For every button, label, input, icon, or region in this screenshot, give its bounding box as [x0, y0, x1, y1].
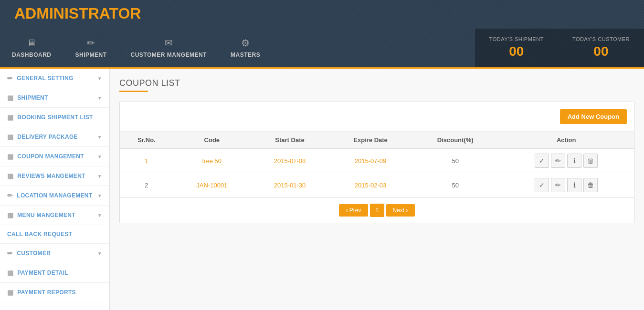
- sidebar-label-location-mgmt: LOCATION MANAGEMENT: [17, 192, 92, 199]
- sidebar-label-menu-mgmt: MENU MANGEMENT: [17, 212, 75, 218]
- sidebar-label-coupon-mgmt: COUPON MANGEMENT: [17, 153, 84, 160]
- sidebar-item-general-setting[interactable]: ✏ GENERAL SETTING ▼: [0, 69, 109, 88]
- sidebar-item-customer[interactable]: ✏ CUSTOMER ▼: [0, 244, 109, 263]
- pencil-icon: ✏: [7, 74, 13, 82]
- sidebar-label-reviews-mgmt: REVIEWS MANGEMENT: [17, 173, 85, 179]
- col-action: Action: [498, 132, 634, 149]
- grid-icon-3: ▦: [7, 133, 13, 141]
- stat-shipment-label: TODAY'S SHIPMENT: [489, 36, 544, 42]
- col-code: Code: [173, 132, 251, 149]
- sidebar-label-delivery-package: DELIVERY PACKAGE: [17, 134, 78, 140]
- table-body: 1 free 50 2015-07-08 2015-07-09 50 ✓ ✏ ℹ…: [120, 149, 634, 197]
- chevron-down-icon-6: ▼: [97, 193, 102, 198]
- grid-icon-2: ▦: [7, 114, 13, 121]
- row1-discount: 50: [412, 149, 498, 173]
- sidebar-item-coupon-mgmt[interactable]: ▦ COUPON MANGEMENT ▼: [0, 147, 109, 166]
- nav-bar: 🖥 DASHBOARD ✏ SHIPMENT ✉ CUSTOMER MANGEM…: [0, 29, 644, 67]
- sidebar-label-shipment: SHIPMENT: [17, 94, 48, 101]
- col-srno: Sr.No.: [120, 132, 173, 149]
- sidebar-item-payment-reports[interactable]: ▦ PAYMENT REPORTS: [0, 283, 109, 302]
- nav-customer-mgmt[interactable]: ✉ CUSTOMER MANGEMENT: [119, 29, 219, 67]
- row1-actions: ✓ ✏ ℹ 🗑: [498, 149, 634, 173]
- nav-masters-label: MASTERS: [231, 52, 260, 58]
- sidebar: ✏ GENERAL SETTING ▼ ▦ SHIPMENT ▼ ▦ BOOKI…: [0, 69, 110, 310]
- chevron-down-icon-5: ▼: [97, 174, 102, 179]
- stat-shipment: TODAY'S SHIPMENT 00: [475, 29, 558, 67]
- row2-actions: ✓ ✏ ℹ 🗑: [498, 173, 634, 197]
- layout: ✏ GENERAL SETTING ▼ ▦ SHIPMENT ▼ ▦ BOOKI…: [0, 69, 644, 310]
- row2-delete-button[interactable]: 🗑: [583, 178, 598, 192]
- chevron-down-icon-4: ▼: [97, 154, 102, 159]
- col-expire-date: Expire Date: [329, 132, 412, 149]
- sidebar-item-menu-mgmt[interactable]: ▦ MENU MANGEMENT ▼: [0, 206, 109, 225]
- table-row: 1 free 50 2015-07-08 2015-07-09 50 ✓ ✏ ℹ…: [120, 149, 634, 173]
- row2-expire-date: 2015-02-03: [329, 173, 412, 197]
- nav-customer-mgmt-label: CUSTOMER MANGEMENT: [131, 52, 207, 58]
- grid-icon-8: ▦: [7, 289, 13, 296]
- grid-icon-7: ▦: [7, 269, 13, 277]
- sidebar-item-payment-detail[interactable]: ▦ PAYMENT DETAIL: [0, 263, 109, 283]
- coupon-table: Sr.No. Code Start Date Expire Date Disco…: [120, 132, 634, 197]
- col-discount: Discount(%): [412, 132, 498, 149]
- row1-delete-button[interactable]: 🗑: [583, 154, 598, 168]
- app-title: ADMINISTRATOR: [5, 5, 150, 22]
- sidebar-label-payment-detail: PAYMENT DETAIL: [17, 269, 68, 276]
- chevron-down-icon: ▼: [97, 76, 102, 81]
- row1-expire-date: 2015-07-09: [329, 149, 412, 173]
- row1-activate-button[interactable]: ✓: [535, 154, 549, 168]
- chevron-down-icon-3: ▼: [97, 134, 102, 140]
- sidebar-label-payment-reports: PAYMENT REPORTS: [17, 289, 76, 296]
- sidebar-item-reviews-mgmt[interactable]: ▦ REVIEWS MANGEMENT ▼: [0, 166, 109, 186]
- sidebar-label-general-setting: GENERAL SETTING: [17, 75, 73, 82]
- sidebar-label-customer: CUSTOMER: [17, 250, 51, 257]
- sidebar-item-shipment[interactable]: ▦ SHIPMENT ▼: [0, 88, 109, 108]
- pencil-icon-3: ✏: [7, 249, 13, 257]
- grid-icon-6: ▦: [7, 211, 13, 219]
- row1-action-btns: ✓ ✏ ℹ 🗑: [504, 154, 628, 168]
- row2-code: JAN-10001: [173, 173, 251, 197]
- sidebar-label-booking-shipment: BOOKING SHIPMENT LIST: [17, 114, 93, 121]
- col-start-date: Start Date: [251, 132, 329, 149]
- add-coupon-button[interactable]: Add New Coupon: [560, 109, 627, 124]
- chevron-down-icon-2: ▼: [97, 95, 102, 101]
- sidebar-item-callback[interactable]: CALL BACK REQUEST: [0, 225, 109, 244]
- row2-activate-button[interactable]: ✓: [535, 178, 549, 192]
- sidebar-label-callback: CALL BACK REQUEST: [7, 231, 72, 238]
- row2-discount: 50: [412, 173, 498, 197]
- chevron-down-icon-7: ▼: [97, 213, 102, 218]
- nav-masters[interactable]: ⚙ MASTERS: [219, 29, 272, 67]
- nav-shipment[interactable]: ✏ SHIPMENT: [63, 29, 119, 67]
- grid-icon-4: ▦: [7, 153, 13, 160]
- sidebar-item-location-mgmt[interactable]: ✏ LOCATION MANAGEMENT ▼: [0, 186, 109, 206]
- row2-edit-button[interactable]: ✏: [551, 178, 565, 192]
- row1-info-button[interactable]: ℹ: [567, 154, 581, 168]
- grid-icon-5: ▦: [7, 172, 13, 180]
- row2-action-btns: ✓ ✏ ℹ 🗑: [504, 178, 628, 192]
- nav-stats: TODAY'S SHIPMENT 00 TODAY'S CUSTOMER 00: [475, 29, 644, 67]
- chevron-down-icon-8: ▼: [97, 251, 102, 256]
- pagination: ‹ Prev 1 Next ›: [120, 197, 634, 223]
- nav-dashboard[interactable]: 🖥 DASHBOARD: [0, 29, 63, 67]
- sidebar-item-delivery-package[interactable]: ▦ DELIVERY PACKAGE ▼: [0, 127, 109, 147]
- dashboard-icon: 🖥: [27, 38, 36, 49]
- header: ADMINISTRATOR 🖥 DASHBOARD ✏ SHIPMENT ✉ C…: [0, 0, 644, 67]
- stat-customer-label: TODAY'S CUSTOMER: [572, 36, 630, 42]
- customer-mgmt-icon: ✉: [165, 37, 173, 49]
- nav-shipment-label: SHIPMENT: [75, 52, 107, 58]
- row2-start-date: 2015-01-30: [251, 173, 329, 197]
- next-button[interactable]: Next ›: [386, 204, 415, 217]
- title-underline: [119, 91, 148, 92]
- page-number[interactable]: 1: [370, 204, 384, 217]
- prev-button[interactable]: ‹ Prev: [339, 204, 368, 217]
- masters-icon: ⚙: [241, 37, 250, 49]
- row2-info-button[interactable]: ℹ: [567, 178, 581, 192]
- row1-edit-button[interactable]: ✏: [551, 154, 565, 168]
- pencil-icon-2: ✏: [7, 192, 13, 199]
- main-content: COUPON LIST Add New Coupon Sr.No. Code S…: [110, 69, 644, 310]
- row1-start-date: 2015-07-08: [251, 149, 329, 173]
- toolbar: Add New Coupon: [120, 102, 634, 132]
- table-header: Sr.No. Code Start Date Expire Date Disco…: [120, 132, 634, 149]
- nav-dashboard-label: DASHBOARD: [12, 52, 52, 58]
- row1-code: free 50: [173, 149, 251, 173]
- sidebar-item-booking-shipment[interactable]: ▦ BOOKING SHIPMENT LIST: [0, 108, 109, 127]
